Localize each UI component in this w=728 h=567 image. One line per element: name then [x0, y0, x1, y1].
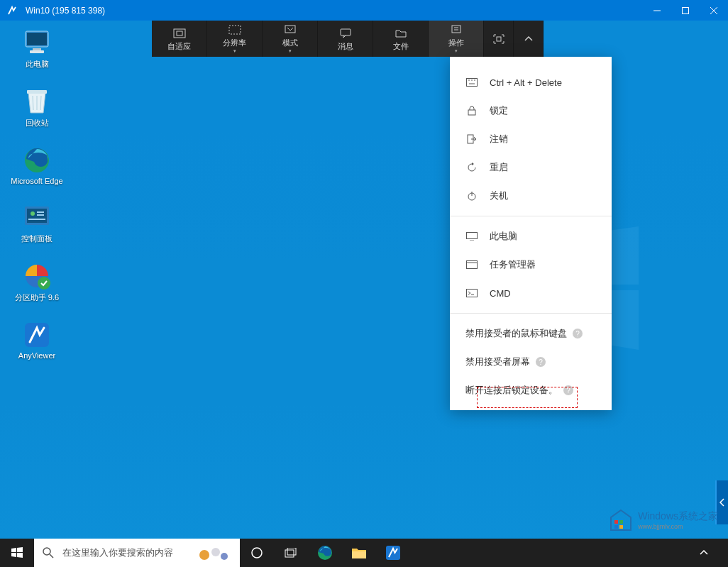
menu-disable-input[interactable]: 禁用接受者的鼠标和键盘 ? — [450, 319, 612, 348]
toolbar-label: 模式 — [282, 38, 298, 48]
taskbar-search[interactable]: 在这里输入你要搜索的内容 — [34, 539, 240, 567]
monitor-icon — [465, 232, 478, 241]
desktop-icon-anyviewer[interactable]: AnyViewer — [10, 320, 64, 360]
icon-label: 回收站 — [26, 118, 49, 128]
toolbar-label: 文件 — [393, 41, 409, 52]
svg-rect-45 — [37, 214, 44, 216]
menu-disable-screen[interactable]: 禁用接受者屏幕 ? — [450, 348, 612, 376]
menu-label: 任务管理器 — [490, 258, 536, 271]
toolbar-message[interactable]: 消息 — [318, 21, 373, 57]
taskbar-taskview[interactable] — [274, 539, 308, 567]
svg-point-43 — [31, 211, 35, 216]
menu-cmd[interactable]: CMD — [450, 279, 612, 307]
toolbar-file[interactable]: 文件 — [373, 21, 429, 57]
menu-separator — [450, 313, 612, 314]
desktop-icon-this-pc[interactable]: 此电脑 — [10, 28, 64, 70]
menu-logoff[interactable]: 注销 — [450, 125, 612, 153]
toolbar-collapse[interactable] — [514, 21, 544, 57]
svg-rect-9 — [177, 31, 182, 35]
icon-label: 分区助手 9.6 — [15, 292, 59, 303]
svg-rect-36 — [27, 90, 47, 94]
svg-point-61 — [221, 553, 228, 560]
remote-desktop: 自适应 分辨率 ▾ 模式 ▾ 消息 文件 操作 ▾ — [0, 21, 728, 567]
svg-rect-64 — [287, 548, 296, 555]
taskbar-anyviewer[interactable] — [376, 539, 410, 567]
desktop-icon-partition-assistant[interactable]: 分区助手 9.6 — [10, 261, 64, 303]
maximize-button[interactable] — [671, 0, 700, 21]
message-icon — [340, 26, 351, 40]
menu-task-manager[interactable]: 任务管理器 — [450, 251, 612, 279]
desktop-icon-edge[interactable]: Microsoft Edge — [10, 145, 64, 185]
svg-rect-26 — [467, 233, 478, 239]
svg-rect-50 — [619, 520, 623, 524]
toolbar-resolution[interactable]: 分辨率 ▾ — [207, 21, 263, 57]
svg-rect-16 — [497, 37, 501, 41]
restart-icon — [465, 163, 478, 172]
icon-label: AnyViewer — [18, 351, 55, 360]
cmd-icon — [465, 289, 478, 297]
search-icon — [43, 547, 54, 558]
start-button[interactable] — [0, 539, 34, 567]
power-icon — [465, 191, 478, 201]
svg-rect-44 — [37, 211, 44, 213]
desktop-icon-recycle-bin[interactable]: 回收站 — [10, 87, 64, 128]
menu-label: CMD — [490, 288, 511, 299]
resolution-icon — [228, 23, 241, 37]
chevron-down-icon: ▾ — [455, 48, 458, 54]
window-controls — [643, 0, 728, 21]
help-icon: ? — [563, 385, 573, 395]
desktop-icon-control-panel[interactable]: 控制面板 — [10, 202, 64, 244]
svg-rect-63 — [285, 550, 294, 557]
remote-toolbar: 自适应 分辨率 ▾ 模式 ▾ 消息 文件 操作 ▾ — [152, 21, 544, 57]
svg-rect-35 — [30, 50, 44, 53]
pc-icon — [22, 28, 52, 57]
action-icon — [451, 23, 462, 37]
keyboard-icon — [465, 78, 478, 87]
toolbar-mode[interactable]: 模式 ▾ — [263, 21, 318, 57]
watermark: Windows系统之家 www.bjjmlv.com — [608, 507, 718, 533]
fit-icon — [173, 26, 186, 40]
svg-point-60 — [211, 548, 220, 556]
task-manager-icon — [465, 260, 478, 269]
chevron-down-icon: ▾ — [289, 48, 292, 54]
svg-rect-33 — [27, 33, 47, 45]
window-title: Win10 (195 815 398) — [26, 6, 105, 16]
desktop-icons: 此电脑 回收站 Microsoft Edge 控制面板 分区助手 9.6 Any… — [10, 28, 64, 360]
menu-disconnect-lock[interactable]: 断开连接后锁定设备。 ? — [450, 376, 612, 404]
taskbar-explorer[interactable] — [342, 539, 376, 567]
taskbar-cortana[interactable] — [240, 539, 274, 567]
svg-point-57 — [43, 548, 50, 555]
close-button[interactable] — [700, 0, 728, 21]
svg-marker-54 — [17, 547, 23, 552]
icon-label: Microsoft Edge — [11, 177, 62, 185]
chevron-down-icon: ▾ — [233, 48, 236, 54]
menu-shutdown[interactable]: 关机 — [450, 182, 612, 210]
svg-rect-13 — [452, 26, 460, 33]
toolbar-label: 自适应 — [167, 41, 191, 52]
svg-rect-28 — [467, 261, 478, 269]
menu-label: 重启 — [490, 161, 508, 174]
help-icon: ? — [536, 357, 546, 367]
toolbar-fit[interactable]: 自适应 — [152, 21, 207, 57]
menu-lock[interactable]: 锁定 — [450, 97, 612, 125]
svg-marker-55 — [11, 553, 16, 557]
tray-chevron-up[interactable] — [687, 539, 721, 567]
search-decoration — [196, 542, 231, 563]
svg-rect-49 — [614, 520, 618, 524]
toolbar-label: 消息 — [338, 41, 353, 52]
svg-rect-52 — [619, 525, 623, 529]
recycle-bin-icon — [22, 87, 52, 116]
system-tray — [687, 539, 728, 567]
mode-icon — [285, 23, 296, 37]
partition-icon — [22, 261, 52, 291]
menu-label: 关机 — [490, 189, 508, 202]
toolbar-action[interactable]: 操作 ▾ — [429, 21, 484, 57]
icon-label: 控制面板 — [21, 233, 53, 244]
toolbar-fullscreen[interactable] — [484, 21, 514, 57]
anyviewer-icon — [22, 320, 52, 350]
menu-ctrl-alt-del[interactable]: Ctrl + Alt + Delete — [450, 68, 612, 97]
taskbar-edge[interactable] — [308, 539, 342, 567]
minimize-button[interactable] — [643, 0, 671, 21]
menu-restart[interactable]: 重启 — [450, 153, 612, 182]
menu-this-pc[interactable]: 此电脑 — [450, 222, 612, 251]
